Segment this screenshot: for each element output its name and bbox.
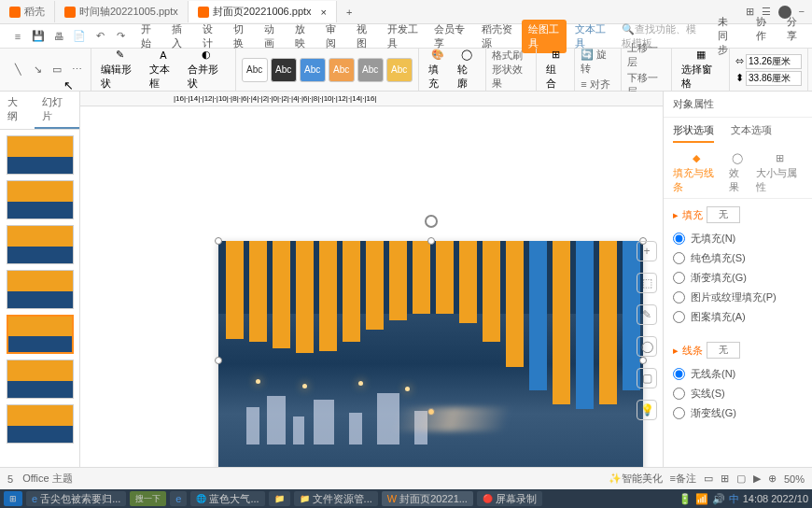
save-icon[interactable]: 💾 [30, 28, 47, 45]
height-input[interactable] [746, 71, 802, 86]
beautify-button[interactable]: ✨智能美化 [609, 472, 663, 486]
style-swatch-1[interactable]: Abc [242, 58, 268, 82]
task-item[interactable]: 📁 [269, 491, 290, 506]
text-box-button[interactable]: A文本框 [146, 48, 181, 92]
tray-icon[interactable]: 🔊 [712, 493, 725, 505]
task-item[interactable]: e舌尖包被索要归... [26, 491, 126, 506]
rotate-button[interactable]: 🔄 旋转 [581, 48, 615, 76]
task-item[interactable]: e [170, 491, 187, 506]
crop-button[interactable]: ⬚ [637, 273, 657, 293]
width-icon: ⬄ [735, 55, 744, 67]
align-button[interactable]: ≡ 对齐 [581, 78, 609, 92]
print-icon[interactable]: 🖶 [50, 28, 67, 45]
fill-preset-select[interactable]: 无 [707, 206, 740, 223]
combine-button[interactable]: ◐合并形状 [184, 47, 230, 92]
stripe [366, 241, 384, 330]
outline-button[interactable]: ◯轮廓 [454, 47, 480, 92]
view-normal-button[interactable]: ▭ [704, 473, 713, 485]
undo-icon[interactable]: ↶ [91, 28, 108, 45]
fill-section-header[interactable]: ▸ 填充无 [673, 206, 803, 223]
rect-tool[interactable]: ▭ [49, 62, 65, 78]
fill-solid-radio[interactable]: 纯色填充(S) [673, 248, 803, 268]
slide-thumb-3[interactable] [7, 225, 74, 264]
rotate-handle[interactable] [425, 215, 438, 228]
tray-icon[interactable]: 🔋 [679, 493, 692, 505]
task-item[interactable]: W封面页20221... [382, 491, 473, 506]
view-reading-button[interactable]: ▢ [736, 473, 746, 485]
fill-gradient-radio[interactable]: 渐变填充(G) [673, 268, 803, 288]
line-solid-radio[interactable]: 实线(S) [673, 384, 803, 403]
rect-button[interactable]: ▢ [637, 368, 657, 388]
boat-light-trail [393, 407, 511, 431]
ribbon-toolbar: ╲ ↘ ▭ ⋯ ✎编辑形状 A文本框 ◐合并形状 Abc Abc Abc Abc… [0, 49, 812, 92]
slide-thumb-5[interactable] [7, 315, 74, 354]
taskbar: ⊞ e舌尖包被索要归... 搜一下 e 🌐蓝色大气... 📁 📁文件资源管...… [0, 489, 812, 508]
move-up-button[interactable]: 上移一层 [627, 41, 665, 69]
notes-button[interactable]: ≡备注 [670, 472, 696, 486]
stripe [249, 241, 267, 342]
zoom-in-button[interactable]: + [637, 241, 657, 261]
style-swatch-4[interactable]: Abc [329, 58, 355, 82]
add-tab-button[interactable]: + [337, 3, 361, 21]
slide-thumb-4[interactable] [7, 270, 74, 309]
tray-icon[interactable]: 📶 [695, 493, 708, 505]
fill-pattern-radio[interactable]: 图案填充(A) [673, 307, 803, 327]
tab-home[interactable]: 稻壳 [0, 1, 55, 22]
task-item[interactable]: 📁文件资源管... [294, 491, 378, 506]
fill-line-tab[interactable]: ◆填充与线条 [673, 152, 720, 194]
stripe [273, 241, 290, 348]
more-shapes[interactable]: ⋯ [68, 62, 85, 78]
task-item[interactable]: 搜一下 [130, 491, 166, 506]
style-swatch-3[interactable]: Abc [300, 58, 326, 82]
slide-thumb-2[interactable] [7, 180, 74, 219]
pen-button[interactable]: ✎ [637, 304, 657, 325]
outline-tab[interactable]: 大纲 [0, 92, 35, 129]
slide-canvas[interactable] [218, 241, 643, 480]
line-tool[interactable]: ╲ [9, 62, 26, 78]
effect-tab[interactable]: ◯效果 [729, 152, 748, 194]
line-gradient-radio[interactable]: 渐变线(G) [673, 403, 803, 423]
line-none-radio[interactable]: 无线条(N) [673, 364, 803, 384]
view-sorter-button[interactable]: ⊞ [721, 473, 729, 485]
task-item[interactable]: 🔴屏幕录制 [477, 491, 542, 506]
preview-icon[interactable]: 📄 [71, 28, 88, 45]
view-slideshow-button[interactable]: ▶ [753, 473, 761, 485]
text-options-tab[interactable]: 文本选项 [731, 123, 772, 143]
edit-shape-button[interactable]: ✎编辑形状 [97, 47, 143, 92]
stripe [459, 241, 477, 323]
line-section-header[interactable]: ▸ 线条无 [673, 342, 803, 359]
select-pane-button[interactable]: ▦选择窗格 [678, 47, 723, 92]
line-preset-select[interactable]: 无 [707, 342, 740, 359]
arrow-tool[interactable]: ↘ [29, 62, 46, 78]
canvas-area[interactable]: |16|·|14|·|12|·|10|·|8|·|6|·|4|·|2|·|0|·… [80, 92, 663, 484]
redo-icon[interactable]: ↷ [112, 28, 129, 45]
slide-thumb-7[interactable] [7, 404, 74, 444]
stripe [226, 241, 244, 339]
format-painter-button[interactable]: 格式刷 [492, 49, 530, 63]
ime-indicator[interactable]: 中 [729, 492, 739, 506]
fill-none-radio[interactable]: 无填充(N) [673, 229, 803, 248]
hint-button[interactable]: 💡 [637, 400, 657, 420]
zoom-slider[interactable]: ⊕ [768, 473, 777, 485]
start-button[interactable]: ⊞ [4, 491, 22, 506]
zoom-value[interactable]: 50% [784, 473, 805, 485]
style-swatch-6[interactable]: Abc [386, 58, 413, 82]
slide-thumb-6[interactable] [7, 360, 74, 399]
style-swatch-5[interactable]: Abc [357, 58, 384, 82]
menu-icon[interactable]: ≡ [9, 28, 26, 45]
circle-button[interactable]: ◯ [637, 336, 657, 357]
clock[interactable]: 14:08 2022/10 [743, 493, 808, 504]
width-input[interactable] [746, 54, 802, 69]
style-swatch-2[interactable]: Abc [271, 58, 297, 82]
shape-effect-button[interactable]: 形状效果 [492, 63, 530, 91]
shape-options-tab[interactable]: 形状选项 [673, 123, 714, 143]
fill-picture-radio[interactable]: 图片或纹理填充(P) [673, 288, 803, 307]
slides-tab[interactable]: 幻灯片 [35, 92, 79, 129]
slide-thumb-1[interactable] [7, 135, 74, 175]
close-icon[interactable]: × [321, 7, 327, 18]
group-button[interactable]: ⊞组合 [542, 47, 568, 92]
size-tab[interactable]: ⊞大小与属性 [756, 152, 803, 194]
task-item[interactable]: 🌐蓝色大气... [190, 491, 264, 506]
fill-button[interactable]: 🎨填充 [425, 47, 451, 92]
ruler-horizontal: |16|·|14|·|12|·|10|·|8|·|6|·|4|·|2|·|0|·… [80, 92, 663, 106]
